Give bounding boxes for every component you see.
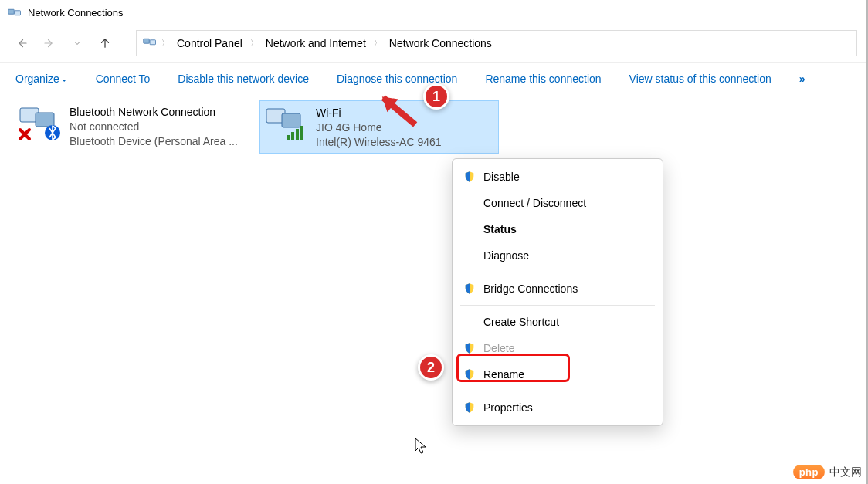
- context-menu: Disable Connect / Disconnect Status Diag…: [452, 158, 663, 426]
- svg-rect-5: [36, 113, 54, 127]
- ctx-bridge-connections[interactable]: Bridge Connections: [453, 276, 663, 302]
- ctx-label: Status: [483, 223, 517, 235]
- svg-rect-9: [287, 135, 290, 140]
- arrow-up-icon: [98, 36, 112, 50]
- ctx-label: Properties: [483, 401, 533, 414]
- window-title: Network Connections: [28, 7, 124, 19]
- chevron-right-icon: 〉: [249, 38, 259, 49]
- address-bar: 〉 Control Panel 〉 Network and Internet 〉…: [0, 25, 868, 62]
- ctx-label: Bridge Connections: [483, 283, 578, 295]
- more-commands-button[interactable]: »: [799, 73, 805, 85]
- shield-icon: [463, 171, 476, 183]
- up-button[interactable]: [94, 32, 116, 54]
- mouse-cursor-icon: [415, 438, 429, 455]
- menu-separator: [460, 305, 655, 306]
- ctx-diagnose[interactable]: Diagnose: [453, 242, 663, 269]
- breadcrumb-item[interactable]: Network and Internet: [263, 36, 369, 51]
- ctx-connect-disconnect[interactable]: Connect / Disconnect: [453, 190, 663, 216]
- chevron-right-icon: 〉: [372, 38, 383, 49]
- annotation-badge-1: 1: [423, 83, 449, 110]
- menu-separator: [460, 272, 655, 272]
- breadcrumb-item[interactable]: Control Panel: [174, 36, 246, 51]
- svg-rect-10: [291, 132, 294, 140]
- ctx-status[interactable]: Status: [453, 216, 663, 242]
- connection-name: Bluetooth Network Connection: [70, 105, 238, 120]
- signal-bars-icon: [287, 126, 303, 140]
- connection-text: Bluetooth Network Connection Not connect…: [70, 103, 238, 149]
- svg-rect-2: [144, 39, 150, 43]
- menu-separator: [460, 391, 655, 391]
- watermark: php 中文网: [793, 465, 862, 479]
- watermark-pill: php: [793, 465, 825, 479]
- rename-connection-command[interactable]: Rename this connection: [485, 73, 601, 85]
- ctx-label: Rename: [483, 368, 524, 381]
- caret-down-icon: ▼: [61, 78, 68, 83]
- wifi-connection-icon: [263, 104, 310, 143]
- connection-text: Wi-Fi JIO 4G Home Intel(R) Wireless-AC 9…: [316, 104, 442, 150]
- network-connections-app-icon: [8, 5, 22, 19]
- breadcrumb-item[interactable]: Network Connections: [386, 36, 495, 51]
- annotation-badge-2: 2: [418, 354, 444, 381]
- diagnose-connection-command[interactable]: Diagnose this connection: [337, 73, 457, 85]
- ctx-label: Delete: [483, 342, 514, 354]
- shield-icon: [463, 283, 476, 295]
- connection-status: Not connected: [70, 120, 238, 134]
- svg-rect-11: [296, 129, 299, 140]
- svg-rect-1: [15, 11, 21, 15]
- ctx-rename[interactable]: Rename: [453, 361, 663, 388]
- connection-item-bluetooth[interactable]: Bluetooth Network Connection Not connect…: [14, 100, 253, 152]
- network-connections-small-icon: [143, 35, 157, 52]
- ctx-properties[interactable]: Properties: [453, 394, 663, 421]
- svg-rect-0: [8, 9, 15, 14]
- recent-locations-button[interactable]: [66, 32, 88, 54]
- ctx-label: Connect / Disconnect: [483, 197, 586, 209]
- svg-rect-12: [300, 126, 303, 140]
- shield-icon: [463, 401, 476, 414]
- breadcrumb[interactable]: 〉 Control Panel 〉 Network and Internet 〉…: [136, 30, 857, 56]
- shield-icon: [463, 342, 476, 354]
- ctx-create-shortcut[interactable]: Create Shortcut: [453, 309, 663, 335]
- back-button[interactable]: [11, 32, 32, 54]
- forward-button[interactable]: [39, 32, 60, 54]
- connection-device: Bluetooth Device (Personal Area ...: [70, 134, 238, 149]
- chevron-right-icon: 〉: [160, 38, 171, 49]
- connection-item-wifi[interactable]: Wi-Fi JIO 4G Home Intel(R) Wireless-AC 9…: [259, 100, 499, 154]
- ctx-label: Disable: [483, 171, 520, 183]
- svg-rect-8: [282, 113, 300, 127]
- organize-label: Organize: [15, 73, 59, 85]
- connection-status: JIO 4G Home: [316, 120, 442, 135]
- ctx-label: Diagnose: [483, 249, 529, 262]
- chevron-down-icon: [73, 39, 82, 48]
- shield-icon: [463, 368, 476, 381]
- connection-device: Intel(R) Wireless-AC 9461: [316, 135, 442, 150]
- arrow-right-icon: [42, 36, 56, 50]
- arrow-left-icon: [15, 36, 29, 50]
- view-status-command[interactable]: View status of this connection: [629, 73, 771, 85]
- titlebar: Network Connections: [0, 0, 868, 25]
- disable-device-command[interactable]: Disable this network device: [178, 73, 309, 85]
- connection-name: Wi-Fi: [316, 106, 442, 120]
- ctx-label: Create Shortcut: [483, 316, 559, 328]
- organize-menu[interactable]: Organize▼: [15, 73, 68, 85]
- bluetooth-connection-icon: [17, 103, 63, 142]
- ctx-delete: Delete: [453, 335, 663, 361]
- svg-rect-3: [150, 40, 156, 45]
- ctx-disable[interactable]: Disable: [453, 164, 663, 190]
- watermark-text: 中文网: [829, 465, 862, 479]
- connect-to-command[interactable]: Connect To: [96, 73, 151, 85]
